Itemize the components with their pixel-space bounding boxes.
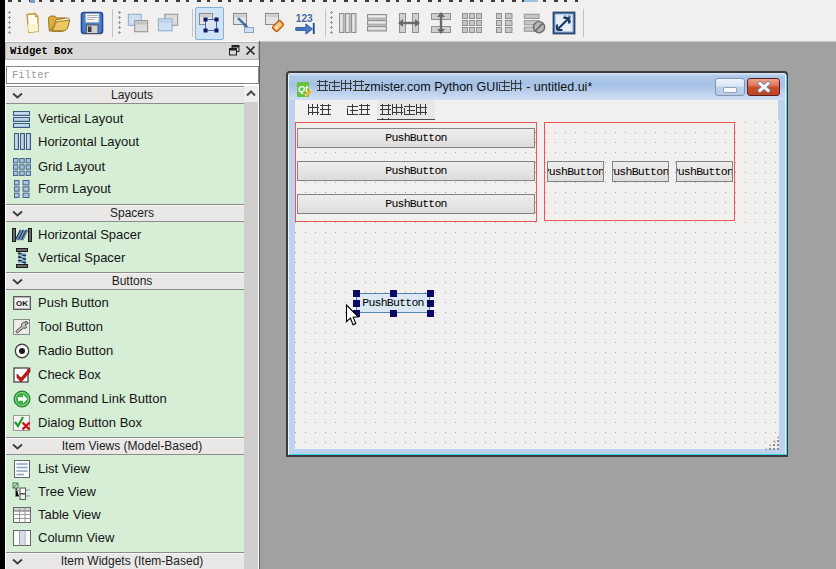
svg-text:123: 123 — [296, 13, 313, 24]
svg-text:OK: OK — [16, 299, 28, 308]
